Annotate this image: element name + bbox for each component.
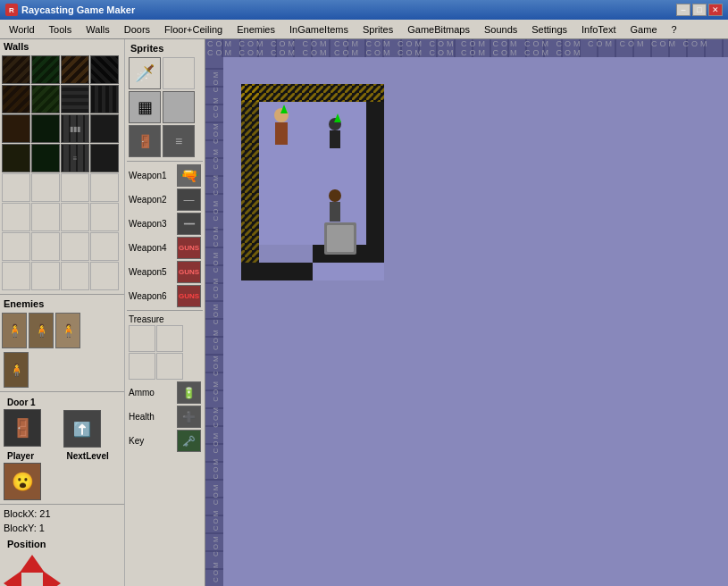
wall-cell-22[interactable] bbox=[31, 203, 60, 231]
sprite-cell-1[interactable]: 🗡️ bbox=[129, 57, 161, 89]
enemy-1[interactable]: 🧍 bbox=[2, 313, 27, 348]
arrow-up[interactable] bbox=[20, 555, 45, 573]
wall-cell-21[interactable] bbox=[2, 203, 30, 231]
svg-rect-3 bbox=[241, 263, 313, 280]
weapon5-preview[interactable]: GUNS bbox=[177, 261, 201, 283]
wall-cell-4[interactable] bbox=[90, 55, 119, 84]
position-section: Position bbox=[0, 535, 124, 586]
walls-label: Walls bbox=[0, 39, 124, 54]
player-preview[interactable]: 😮 bbox=[4, 463, 41, 500]
wall-cell-12[interactable] bbox=[90, 114, 119, 143]
menu-enemies[interactable]: Enemies bbox=[230, 20, 282, 38]
sprite-cell-4[interactable] bbox=[163, 91, 195, 123]
menu-sprites[interactable]: Sprites bbox=[356, 20, 400, 38]
wall-cell-1[interactable] bbox=[2, 55, 30, 84]
wall-cell-5[interactable] bbox=[2, 85, 30, 113]
menu-world[interactable]: World bbox=[2, 20, 42, 38]
weapon6-preview[interactable]: GUNS bbox=[177, 285, 201, 307]
door-label: Door 1 bbox=[4, 396, 62, 409]
treasure-cell-1[interactable] bbox=[129, 325, 155, 352]
wall-cell-20[interactable] bbox=[90, 173, 119, 202]
svg-rect-10 bbox=[366, 102, 384, 263]
wall-cell-14[interactable] bbox=[31, 144, 60, 172]
health-preview[interactable]: ➕ bbox=[177, 406, 201, 428]
minimize-button[interactable]: – bbox=[676, 4, 690, 16]
sprite-cell-6[interactable]: ≡ bbox=[163, 125, 195, 157]
wall-cell-18[interactable] bbox=[31, 173, 60, 202]
menu-walls[interactable]: Walls bbox=[79, 20, 116, 38]
enemies-row: 🧍 🧍 🧍 bbox=[0, 311, 124, 350]
wall-cell-19[interactable] bbox=[61, 173, 89, 202]
block-x: BlockX: 21 bbox=[0, 506, 124, 521]
sprite-cell-2[interactable] bbox=[163, 57, 195, 89]
weapon2-preview[interactable]: — bbox=[177, 188, 201, 211]
wall-cell-31[interactable] bbox=[61, 262, 89, 290]
wall-cell-29[interactable] bbox=[2, 262, 30, 290]
weapon2-label: Weapon2 bbox=[129, 195, 175, 205]
menu-game[interactable]: Game bbox=[623, 20, 665, 38]
menu-gamebitmaps[interactable]: GameBitmaps bbox=[400, 20, 477, 38]
col-right: Sprites 🗡️ ▦ 🚪 ≡ Weapon1 🔫 Weap bbox=[125, 39, 205, 586]
divider-right-1 bbox=[127, 161, 203, 162]
wall-cell-26[interactable] bbox=[31, 232, 60, 261]
wall-cell-28[interactable] bbox=[90, 232, 119, 261]
nextlevel-item: ⬆️ bbox=[63, 410, 121, 448]
ammo-preview[interactable]: 🔋 bbox=[177, 381, 201, 404]
treasure-item: NextLevel bbox=[63, 449, 121, 500]
wall-cell-3[interactable] bbox=[61, 55, 89, 84]
menu-doors[interactable]: Doors bbox=[117, 20, 157, 38]
weapon1-row: Weapon1 🔫 bbox=[127, 163, 203, 188]
wall-cell-16[interactable] bbox=[90, 144, 119, 172]
wall-cell-30[interactable] bbox=[31, 262, 60, 290]
nextlevel-preview[interactable]: ⬆️ bbox=[63, 410, 101, 448]
menu-tools[interactable]: Tools bbox=[42, 20, 79, 38]
menu-sounds[interactable]: Sounds bbox=[477, 20, 524, 38]
wall-cell-6[interactable] bbox=[31, 85, 60, 113]
enemy-3[interactable]: 🧍 bbox=[55, 313, 80, 348]
weapon1-preview[interactable]: 🔫 bbox=[177, 164, 201, 187]
wall-cell-27[interactable] bbox=[61, 232, 89, 261]
sprite-cell-3[interactable]: ▦ bbox=[129, 91, 161, 123]
close-button[interactable]: ✕ bbox=[708, 4, 723, 16]
health-row: Health ➕ bbox=[127, 405, 203, 429]
arrow-left[interactable] bbox=[4, 571, 21, 586]
wall-cell-9[interactable] bbox=[2, 114, 30, 143]
enemy-2[interactable]: 🧍 bbox=[29, 313, 54, 348]
weapon4-preview[interactable]: GUNS bbox=[177, 237, 201, 259]
arrow-right[interactable] bbox=[43, 571, 61, 586]
wall-cell-24[interactable] bbox=[90, 203, 119, 231]
door-preview[interactable]: 🚪 bbox=[4, 409, 41, 447]
wall-cell-7[interactable] bbox=[61, 85, 89, 113]
wall-cell-2[interactable] bbox=[31, 55, 60, 84]
canvas-area[interactable]: COM COM COM COM COM COM COM COM COM COM … bbox=[205, 39, 728, 586]
wall-cell-15[interactable]: ≡ bbox=[61, 144, 89, 172]
panel-body: Walls ▮▮▮ bbox=[0, 39, 205, 586]
left-strip: COM COM COM COM COM COM COM COM COM COM … bbox=[205, 57, 223, 586]
map-canvas[interactable] bbox=[223, 57, 728, 586]
menu-ingameitems[interactable]: InGameItems bbox=[282, 20, 356, 38]
wall-cell-32[interactable] bbox=[90, 262, 119, 290]
wall-cell-8[interactable] bbox=[90, 85, 119, 113]
maximize-button[interactable]: □ bbox=[692, 4, 707, 16]
weapon2-row: Weapon2 — bbox=[127, 188, 203, 212]
menu-infotext[interactable]: InfoText bbox=[574, 20, 623, 38]
wall-cell-11[interactable]: ▮▮▮ bbox=[61, 114, 89, 143]
menu-help[interactable]: ? bbox=[665, 20, 684, 38]
wall-cell-25[interactable] bbox=[2, 232, 30, 261]
wall-cell-10[interactable] bbox=[31, 114, 60, 143]
weapon3-preview[interactable]: ━━ bbox=[177, 213, 201, 235]
key-preview[interactable]: 🗝️ bbox=[177, 430, 201, 452]
treasure-cell-4[interactable] bbox=[156, 353, 183, 380]
left-panel: Walls ▮▮▮ bbox=[0, 39, 205, 586]
wall-cell-13[interactable] bbox=[2, 144, 30, 172]
menu-settings[interactable]: Settings bbox=[524, 20, 574, 38]
wall-cell-23[interactable] bbox=[61, 203, 89, 231]
sprite-cell-5[interactable]: 🚪 bbox=[129, 125, 161, 157]
enemy-4[interactable]: 🧍 bbox=[4, 352, 29, 388]
menu-floor-ceiling[interactable]: Floor+Ceiling bbox=[157, 20, 230, 38]
treasure-cell-2[interactable] bbox=[156, 325, 183, 352]
wall-cell-17[interactable] bbox=[2, 173, 30, 202]
treasure-cell-3[interactable] bbox=[129, 353, 155, 380]
main-content: Walls ▮▮▮ bbox=[0, 39, 728, 586]
ammo-label: Ammo bbox=[129, 388, 175, 398]
